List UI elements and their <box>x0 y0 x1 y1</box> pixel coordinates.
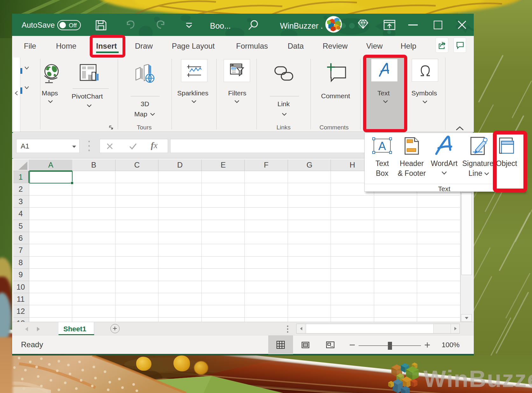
svg-text:A: A <box>378 140 386 153</box>
